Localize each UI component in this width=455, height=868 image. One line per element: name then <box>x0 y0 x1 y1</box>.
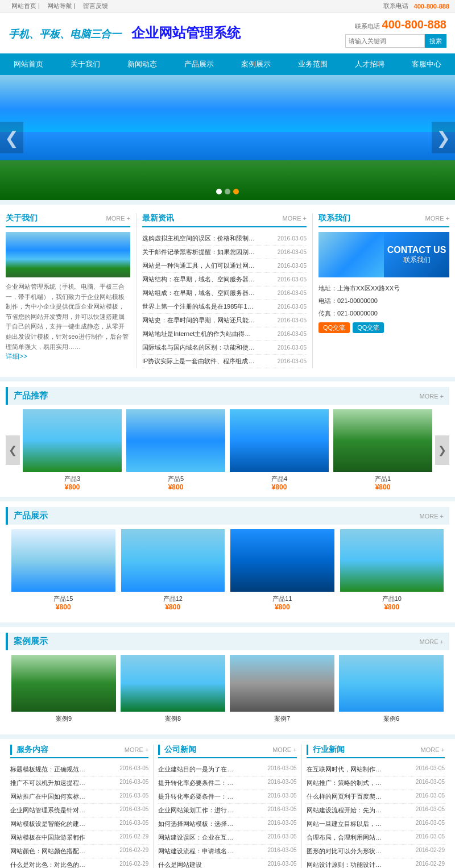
bottom-news-title-5[interactable]: 合理布局，合理利用网站宣布空间， <box>307 833 386 842</box>
bottom-news-title-1[interactable]: 网站推广：策略的制式，就是由产品质量 <box>307 779 386 787</box>
topbar-feedback-link[interactable]: 留言反馈 <box>83 2 108 9</box>
banner-dot-3[interactable] <box>233 189 239 194</box>
search-button[interactable]: 搜索 <box>425 34 446 48</box>
nav-item-products[interactable]: 产品展示 <box>171 53 228 75</box>
bottom-news-title-0[interactable]: 企业建站目的一是为了在互联网上宣传企业的品牌、产品 <box>158 765 238 774</box>
news-list-item: IP协议实际上是一套由软件、程序组成的协议软件2016-03-05 <box>142 355 307 368</box>
industry-news-title-bar: 行业新闻 MORE + <box>307 745 445 758</box>
qq-btn-2[interactable]: QQ交流 <box>353 322 384 333</box>
header-phone-label: 联系电话 <box>355 23 380 30</box>
banner-arrow-left[interactable]: ❮ <box>0 122 23 153</box>
news-date-2: 2016-03-05 <box>278 263 307 269</box>
product-display-img-2 <box>230 529 334 592</box>
logo: 手机、平板、电脑三合一 企业网站管理系统 <box>9 24 241 42</box>
product-display-card: 产品12¥800 <box>121 529 225 611</box>
list-item: 企业网站管理系统是针对全面而设计2016-03-05 <box>10 804 148 817</box>
bottom-news-title-5[interactable]: 网站建设误区：企业在互联网上进行网络销售和展示需的平 <box>158 833 238 842</box>
product-display-title-bar: 产品展示 MORE + <box>6 507 449 525</box>
product-recommend-name-2: 产品4 <box>230 475 329 483</box>
header-phone-area: 联系电话 400-800-888 <box>345 18 446 31</box>
about-more[interactable]: MORE + <box>106 215 130 222</box>
news-title-4[interactable]: 网站组成：在早期，域名、空间服务器与程序是网站的基 <box>142 289 256 297</box>
bottom-news-title-3[interactable]: 企业网站管理系统是针对全面而设计 <box>10 806 90 815</box>
news-title-7[interactable]: 网站地址是Internet主机的作为站由得出地用的数 <box>142 330 256 338</box>
news-date-0: 2016-03-05 <box>278 235 307 242</box>
bottom-news-date-2: 2016-03-05 <box>119 792 148 801</box>
news-more[interactable]: MORE + <box>283 215 307 222</box>
product-display-more[interactable]: MORE + <box>420 513 444 520</box>
product-recommend-price-3: ¥800 <box>333 483 432 491</box>
logo-title: 企业网站管理系统 <box>131 25 241 40</box>
company-news-more[interactable]: MORE + <box>272 746 296 753</box>
industry-news-more[interactable]: MORE + <box>421 746 445 753</box>
company-news-section: 公司新闻 MORE + 企业建站目的一是为了在互联网上宣传企业的品牌、产品201… <box>154 745 301 868</box>
carousel-arrow-right[interactable]: ❯ <box>435 435 449 465</box>
bottom-news-title-7[interactable]: 什么是对比色：对比色的定义 <box>10 861 90 868</box>
news-title-2[interactable]: 网站是一种沟通工具，人们可以通过网站来发布自己想要 <box>142 261 256 270</box>
banner-dot-2[interactable] <box>225 189 230 194</box>
list-item: 提升转化率必要条件一：稳定关键词排名2016-03-05 <box>158 790 296 804</box>
contact-more[interactable]: MORE + <box>425 215 449 222</box>
bottom-news-title-7[interactable]: 网站设计原则：功能设计为最简单， <box>307 861 386 868</box>
news-title-8[interactable]: 国际域名与国内域名的区别：功能和使用上相同，管理机构 <box>142 343 256 352</box>
bottom-news-title-0[interactable]: 标题模板规范：正确规范，主题明确 <box>10 765 90 774</box>
nav-item-services[interactable]: 业务范围 <box>284 53 341 75</box>
banner-dot-1[interactable] <box>216 189 222 194</box>
bottom-news-date-3: 2016-03-05 <box>119 806 148 815</box>
news-title-9[interactable]: IP协议实际上是一套由软件、程序组成的协议软件 <box>142 357 256 366</box>
bottom-news-title-4[interactable]: 网站模板设是智能化的建站方式，所 <box>10 820 90 828</box>
carousel-arrow-left[interactable]: ❮ <box>6 435 20 465</box>
bottom-news-title-5[interactable]: 网站模板在中国旅游景都作 <box>10 833 85 842</box>
nav-item-home[interactable]: 网站首页 <box>0 53 57 75</box>
news-title-1[interactable]: 关于邮件记录黑客析提醒：如果您因别名名使用了CR <box>142 248 256 256</box>
nav-item-about[interactable]: 关于我们 <box>57 53 114 75</box>
product-display-price-1: ¥800 <box>121 603 225 611</box>
hero-banner: ❮ ❯ <box>0 75 455 200</box>
bottom-news-title-1[interactable]: 推广不可以机升加速提程：推广不可 <box>10 779 90 787</box>
search-input[interactable] <box>345 34 425 48</box>
divider-1 <box>0 200 455 205</box>
qq-btn-1[interactable]: QQ交流 <box>318 322 350 333</box>
product-display-card: 产品10¥800 <box>340 529 444 611</box>
bottom-news-title-4[interactable]: 网站一旦建立目标以后，随着来的 <box>307 820 386 828</box>
banner-arrow-right[interactable]: ❯ <box>432 122 455 153</box>
news-list-item: 选购虚拟主机空间的误区：价格和限制误区2016-03-05 <box>142 232 307 246</box>
bottom-news-title-3[interactable]: 企业网站策划工作：进行企业网站的计划、定位等方面的 <box>158 806 238 815</box>
product-recommend-img-1 <box>126 409 225 472</box>
logo-subtitle: 手机、平板、电脑三合一 <box>9 28 121 40</box>
case-card: 案例9 <box>11 655 116 723</box>
service-more[interactable]: MORE + <box>125 746 148 753</box>
bottom-news-title-4[interactable]: 如何选择网站模板：选择好模板，可以让建站工作事半功 <box>158 820 238 828</box>
bottom-news-title-1[interactable]: 提升转化率必要条件二：优秀策略明确 <box>158 779 238 787</box>
product-carousel: ❮ 产品3¥800产品5¥800产品4¥800产品1¥800 ❯ <box>6 409 449 491</box>
nav-item-news[interactable]: 新闻动态 <box>114 53 171 75</box>
product-display-card: 产品15¥800 <box>11 529 115 611</box>
news-title-5[interactable]: 世界上第一个注册的域名是在1985年1月注册的 <box>142 302 256 311</box>
news-title-3[interactable]: 网站结构：在早期，域名、空间服务器与程序是网站的基 <box>142 275 256 284</box>
news-title-0[interactable]: 选购虚拟主机空间的误区：价格和限制误区 <box>142 234 256 243</box>
bottom-news-title-7[interactable]: 什么是网站建设 <box>158 861 202 868</box>
product-recommend-more[interactable]: MORE + <box>420 393 444 400</box>
nav-item-cases[interactable]: 案例展示 <box>228 53 284 75</box>
bottom-news-title-2[interactable]: 什么样的网页利于百度爬行蜘蛛的访 <box>307 792 386 801</box>
bottom-news-title-6[interactable]: 图形的对比可以分为形状对比比较象和 <box>307 847 386 855</box>
topbar-home-link[interactable]: 网站首页 <box>11 2 36 9</box>
product-recommend-img-3 <box>333 409 432 472</box>
cases-title-bar: 案例展示 MORE + <box>6 633 449 650</box>
nav-item-jobs[interactable]: 人才招聘 <box>341 53 398 75</box>
bottom-news-title-0[interactable]: 在互联网时代，网站制作并非是 <box>307 765 386 774</box>
list-item: 网站建设流程开始：先为网站建立一2016-03-05 <box>307 804 445 817</box>
bottom-news-title-6[interactable]: 网站建设流程：申请域名、申请空间、定位网站、风格设 <box>158 847 238 855</box>
news-list-item: 关于邮件记录黑客析提醒：如果您因别名名使用了CR2016-03-05 <box>142 246 307 259</box>
bottom-news-title-2[interactable]: 网站推广在中国如何实标：网 <box>10 792 90 801</box>
about-more-link[interactable]: 详细>> <box>6 352 27 360</box>
cases-more[interactable]: MORE + <box>420 638 444 645</box>
list-item: 企业网站策划工作：进行企业网站的计划、定位等方面的2016-03-05 <box>158 804 296 817</box>
bottom-news-title-3[interactable]: 网站建设流程开始：先为网站建立一 <box>307 806 386 815</box>
list-item: 网站模板在中国旅游景都作2016-02-29 <box>10 831 148 845</box>
topbar-sitenav-link[interactable]: 网站导航 <box>47 2 72 9</box>
bottom-news-title-6[interactable]: 网站颜色：网站颜色搭配，文字颜色 <box>10 847 90 855</box>
news-title-6[interactable]: 网站史：在早时间的早期，网站还只能保存单纯的文本 <box>142 316 256 325</box>
bottom-news-title-2[interactable]: 提升转化率必要条件一：稳定关键词排名 <box>158 792 238 801</box>
nav-item-support[interactable]: 客服中心 <box>398 53 455 75</box>
